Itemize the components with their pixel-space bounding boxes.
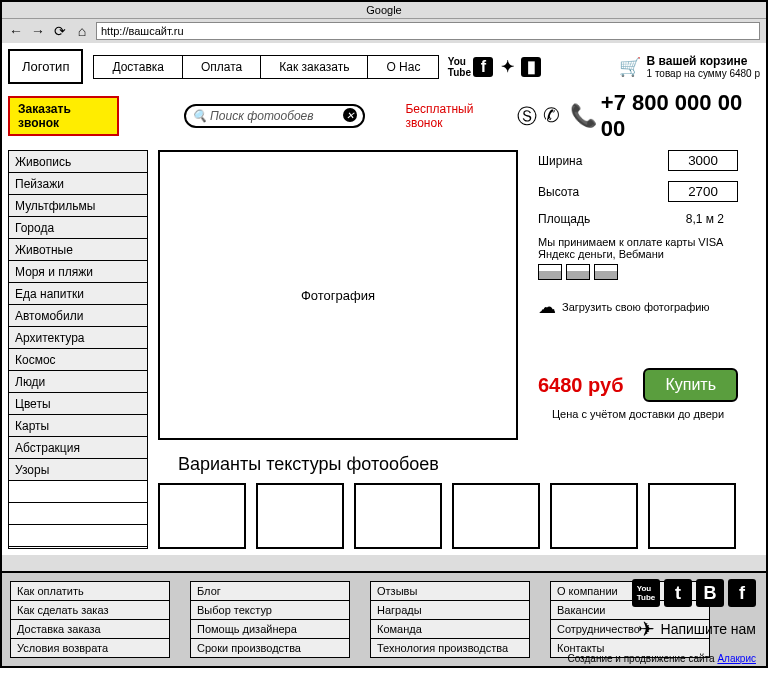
cat-item[interactable]: Мультфильмы bbox=[9, 195, 147, 217]
product-photo: Фотография bbox=[158, 150, 518, 440]
search-icon: 🔍 bbox=[192, 109, 207, 123]
search-input[interactable]: 🔍 Поиск фотообоев ✕ bbox=[184, 104, 365, 128]
card-icon bbox=[566, 264, 590, 280]
cart-line1: В вашей корзине bbox=[647, 54, 760, 68]
buy-button[interactable]: Купить bbox=[643, 368, 738, 402]
back-icon[interactable]: ← bbox=[8, 23, 24, 39]
footer-link[interactable]: Условия возврата bbox=[11, 639, 169, 657]
cat-item[interactable]: Карты bbox=[9, 415, 147, 437]
price-note: Цена с учётом доставки до двери bbox=[538, 408, 738, 420]
phone-number[interactable]: 📞 +7 800 000 00 00 bbox=[570, 90, 760, 142]
width-label: Ширина bbox=[538, 154, 582, 168]
paper-plane-icon: ✈ bbox=[638, 617, 655, 641]
search-placeholder: Поиск фотообоев bbox=[210, 109, 313, 123]
textures-title: Варианты текстуры фотообоев bbox=[178, 454, 760, 475]
area-label: Площадь bbox=[538, 212, 590, 226]
texture-option[interactable] bbox=[452, 483, 540, 549]
texture-option[interactable] bbox=[158, 483, 246, 549]
footer-link[interactable]: Выбор текстур bbox=[191, 601, 349, 620]
twitter-icon[interactable]: ✦ bbox=[497, 57, 517, 77]
footer: Как оплатить Как сделать заказ Доставка … bbox=[2, 571, 766, 666]
youtube-icon[interactable]: YouTube bbox=[632, 579, 660, 607]
twitter-icon[interactable]: t bbox=[664, 579, 692, 607]
area-value: 8,1 м 2 bbox=[686, 212, 724, 226]
cat-item[interactable]: Архитектура bbox=[9, 327, 147, 349]
forward-icon[interactable]: → bbox=[30, 23, 46, 39]
cat-item[interactable]: Абстракция bbox=[9, 437, 147, 459]
height-label: Высота bbox=[538, 185, 579, 199]
footer-link[interactable]: Доставка заказа bbox=[11, 620, 169, 639]
footer-link[interactable]: Сроки производства bbox=[191, 639, 349, 657]
home-icon[interactable]: ⌂ bbox=[74, 23, 90, 39]
texture-option[interactable] bbox=[648, 483, 736, 549]
footer-link[interactable]: Как оплатить bbox=[11, 582, 169, 601]
footer-link[interactable]: Команда bbox=[371, 620, 529, 639]
cat-item[interactable]: Узоры bbox=[9, 459, 147, 481]
texture-option[interactable] bbox=[256, 483, 344, 549]
footer-link[interactable]: Помощь дизайнера bbox=[191, 620, 349, 639]
cat-item[interactable]: Животные bbox=[9, 239, 147, 261]
credit-link[interactable]: Алакрис bbox=[717, 653, 756, 664]
cat-item-empty bbox=[9, 481, 147, 503]
price: 6480 руб bbox=[538, 374, 623, 397]
card-icon bbox=[594, 264, 618, 280]
texture-option[interactable] bbox=[550, 483, 638, 549]
free-call-label: Бесплатный звонок bbox=[405, 102, 506, 130]
texture-option[interactable] bbox=[354, 483, 442, 549]
top-nav: Доставка Оплата Как заказать О Нас bbox=[93, 55, 439, 79]
nav-payment[interactable]: Оплата bbox=[183, 56, 261, 78]
callback-button[interactable]: Заказать звонок bbox=[8, 96, 119, 136]
credit: Создание и продвижение сайта Алакрис bbox=[567, 653, 756, 664]
reload-icon[interactable]: ⟳ bbox=[52, 23, 68, 39]
skype-icon[interactable]: Ⓢ bbox=[517, 103, 537, 130]
cat-item[interactable]: Космос bbox=[9, 349, 147, 371]
upload-photo[interactable]: ☁ Загрузить свою фотографию bbox=[538, 296, 738, 318]
category-sidebar: Живопись Пейзажи Мультфильмы Города Живо… bbox=[8, 150, 148, 549]
cat-item-empty bbox=[9, 525, 147, 547]
footer-link[interactable]: Награды bbox=[371, 601, 529, 620]
footer-link[interactable]: Как сделать заказ bbox=[11, 601, 169, 620]
vk-icon[interactable]: B bbox=[696, 579, 724, 607]
footer-link[interactable]: Отзывы bbox=[371, 582, 529, 601]
whatsapp-icon[interactable]: ✆ bbox=[543, 103, 560, 130]
height-input[interactable] bbox=[668, 181, 738, 202]
cloud-upload-icon: ☁ bbox=[538, 296, 556, 318]
footer-link[interactable]: Технология производства bbox=[371, 639, 529, 657]
facebook-icon[interactable]: f bbox=[728, 579, 756, 607]
payment-note: Мы принимаем к оплате карты VISA Яндекс … bbox=[538, 236, 738, 260]
cat-item[interactable]: Моря и пляжи bbox=[9, 261, 147, 283]
nav-delivery[interactable]: Доставка bbox=[94, 56, 183, 78]
cat-item[interactable]: Автомобили bbox=[9, 305, 147, 327]
cart[interactable]: 🛒 В вашей корзине 1 товар на сумму 6480 … bbox=[619, 54, 760, 79]
browser-title: Google bbox=[2, 2, 766, 18]
cat-item[interactable]: Еда напитки bbox=[9, 283, 147, 305]
nav-about[interactable]: О Нас bbox=[368, 56, 438, 78]
clear-icon[interactable]: ✕ bbox=[343, 108, 357, 122]
footer-link[interactable]: Блог bbox=[191, 582, 349, 601]
logo[interactable]: Логотип bbox=[8, 49, 83, 84]
url-input[interactable] bbox=[96, 22, 760, 40]
write-us[interactable]: ✈ Напишите нам bbox=[638, 617, 756, 641]
cat-item[interactable]: Города bbox=[9, 217, 147, 239]
phone-icon: 📞 bbox=[570, 103, 597, 129]
nav-howto[interactable]: Как заказать bbox=[261, 56, 368, 78]
card-icon bbox=[538, 264, 562, 280]
cat-item[interactable]: Люди bbox=[9, 371, 147, 393]
rss-icon[interactable]: ▮ bbox=[521, 57, 541, 77]
cat-item[interactable]: Цветы bbox=[9, 393, 147, 415]
facebook-icon[interactable]: f bbox=[473, 57, 493, 77]
cat-item[interactable]: Пейзажи bbox=[9, 173, 147, 195]
cat-item[interactable]: Живопись bbox=[9, 151, 147, 173]
cart-icon: 🛒 bbox=[619, 56, 641, 78]
cat-item-empty bbox=[9, 503, 147, 525]
youtube-icon[interactable]: YouTube bbox=[449, 57, 469, 77]
cart-line2: 1 товар на сумму 6480 р bbox=[647, 68, 760, 79]
width-input[interactable] bbox=[668, 150, 738, 171]
